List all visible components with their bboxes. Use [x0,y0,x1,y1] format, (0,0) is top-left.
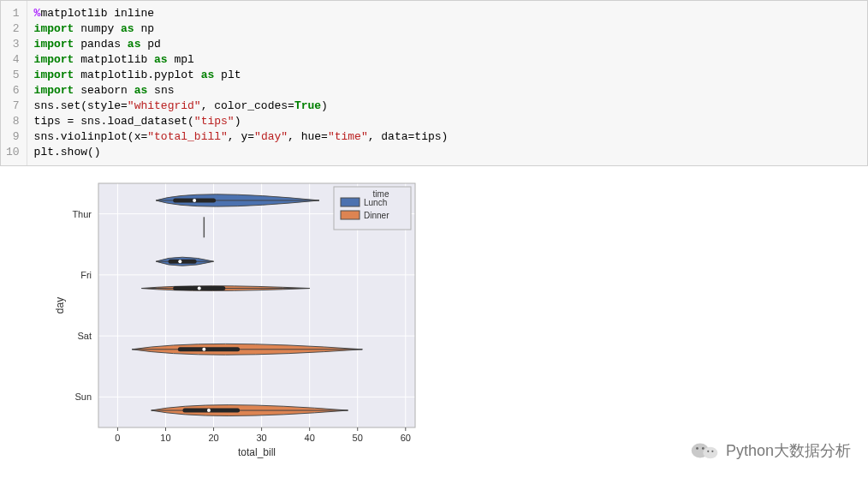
svg-text:50: 50 [353,433,363,443]
as-kw: as [128,38,141,51]
code-text: ) [321,99,328,112]
watermark: Python大数据分析 [690,440,851,461]
code-text: sns.violinplot(x= [34,130,148,143]
svg-rect-51 [341,198,360,206]
svg-point-18 [178,260,181,263]
line-number: 2 [6,21,20,37]
import-kw: import [34,69,74,81]
code-text: seaborn [80,84,128,97]
svg-text:Lunch: Lunch [364,198,387,207]
svg-text:Dinner: Dinner [364,211,389,220]
svg-rect-53 [341,211,360,219]
svg-text:60: 60 [401,433,411,443]
svg-text:day: day [54,297,66,314]
code-text: sns.set(style= [34,99,128,112]
line-number: 9 [6,129,20,145]
code-body: %matplotlib inline import numpy as np im… [27,1,867,165]
svg-point-56 [703,447,717,459]
bool-literal: True [294,99,321,112]
svg-text:total_bill: total_bill [238,446,276,458]
line-number: 8 [6,114,20,129]
line-number: 1 [6,6,20,21]
code-text: plt.show() [34,146,101,158]
watermark-text: Python大数据分析 [726,440,851,461]
line-number: 7 [6,99,20,114]
string-literal: "day" [254,130,288,143]
code-text: mpl [174,53,193,66]
code-text: np [140,22,154,35]
svg-text:10: 10 [160,433,170,443]
line-number-gutter: 1 2 3 4 5 6 7 8 9 10 [1,1,27,165]
code-text: ) [235,115,241,128]
svg-text:Sun: Sun [74,391,92,402]
line-number: 3 [6,37,20,52]
wechat-icon [690,440,719,461]
svg-text:Sat: Sat [77,331,92,341]
svg-point-57 [696,447,699,450]
svg-text:Thur: Thur [72,209,92,219]
code-text: , y= [228,130,254,143]
svg-point-27 [207,409,211,412]
svg-text:40: 40 [305,433,315,443]
as-kw: as [134,84,148,97]
code-text: plt [221,69,241,81]
string-literal: "total_bill" [147,130,228,143]
string-literal: "whitegrid" [128,99,201,112]
line-number: 5 [6,68,20,83]
violin-plot: 0102030405060ThurFriSatSuntotal_billdayt… [51,175,428,466]
code-text: matplotlib inline [40,7,154,20]
code-text: matplotlib.pyplot [80,69,194,81]
string-literal: "time" [328,130,368,143]
svg-text:Fri: Fri [80,270,92,280]
as-kw: as [154,53,168,66]
code-text: , color_codes= [201,99,294,112]
string-literal: "tips" [194,115,235,128]
as-kw: as [121,22,134,35]
code-text: , data=tips) [368,130,449,143]
line-number: 6 [6,83,20,99]
svg-text:20: 20 [208,433,218,443]
line-number: 10 [6,145,20,160]
import-kw: import [34,84,74,97]
svg-point-58 [702,447,705,450]
code-text: , hue= [288,130,328,143]
code-cell: 1 2 3 4 5 6 7 8 9 10 %matplotlib inline … [0,0,868,166]
code-text: sns [154,84,174,97]
svg-point-21 [198,287,201,290]
chart-output: 0102030405060ThurFriSatSuntotal_billdayt… [51,175,868,466]
import-kw: import [34,53,74,66]
code-text: pandas [80,38,121,51]
svg-point-60 [711,451,713,452]
svg-point-59 [707,451,709,452]
line-number: 4 [6,52,20,68]
svg-text:0: 0 [115,433,120,443]
code-text: numpy [80,22,114,35]
svg-text:30: 30 [256,433,266,443]
import-kw: import [34,38,74,51]
code-text: pd [147,38,161,51]
as-kw: as [201,69,215,81]
import-kw: import [34,22,74,35]
svg-point-24 [202,348,205,351]
code-text: matplotlib [80,53,147,66]
code-text: tips = sns.load_dataset( [34,115,194,128]
svg-point-14 [193,199,196,202]
